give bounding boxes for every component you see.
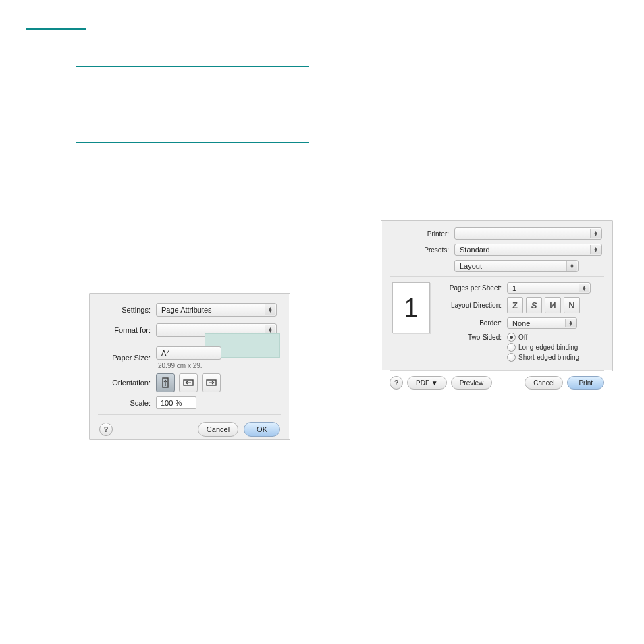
settings-value: Page Attributes <box>161 306 212 314</box>
orientation-landscape-left-button[interactable] <box>179 373 198 392</box>
rule-left-1 <box>26 28 86 30</box>
updown-icon <box>590 229 601 238</box>
printer-label: Printer: <box>381 230 454 238</box>
layout-direction-label: Layout Direction: <box>439 302 507 309</box>
print-label: Print <box>579 379 593 387</box>
orientation-portrait-button[interactable] <box>156 373 175 392</box>
rule-right-2 <box>378 144 612 144</box>
rule-right-1 <box>378 124 612 124</box>
border-label: Border: <box>439 319 507 327</box>
preview-number: 1 <box>404 294 418 323</box>
two-sided-long-label: Long-edged binding <box>518 344 578 351</box>
help-icon: ? <box>104 425 109 433</box>
paper-size-label: Paper Size: <box>90 354 156 362</box>
paper-dimensions: 20.99 cm x 29. <box>158 362 221 369</box>
column-divider <box>323 27 323 621</box>
presets-label: Presets: <box>381 246 454 254</box>
updown-icon <box>566 261 577 271</box>
print-button[interactable]: Print <box>567 376 604 390</box>
rule-left-4 <box>76 142 309 143</box>
presets-select[interactable]: Standard <box>454 244 602 256</box>
settings-label: Settings: <box>90 306 156 314</box>
help-button[interactable]: ? <box>99 423 113 436</box>
border-value: None <box>512 319 530 327</box>
print-dialog: Printer: Presets: Standard Layout <box>381 220 613 371</box>
layout-dir-u-button[interactable]: И <box>545 297 561 313</box>
cancel-label: Cancel <box>207 425 230 433</box>
two-sided-label: Two-Sided: <box>439 333 507 341</box>
pane-value: Layout <box>460 262 482 270</box>
portrait-icon <box>159 377 171 389</box>
paper-size-select[interactable]: A4 <box>156 346 221 360</box>
scale-input[interactable]: 100 % <box>156 396 196 409</box>
printer-select[interactable] <box>454 227 602 240</box>
landscape-left-icon <box>182 377 194 389</box>
pdf-label: PDF ▼ <box>416 379 438 387</box>
pane-select[interactable]: Layout <box>454 260 579 272</box>
orientation-landscape-right-button[interactable] <box>202 373 221 392</box>
cancel-label: Cancel <box>533 379 554 387</box>
cancel-button[interactable]: Cancel <box>198 422 238 437</box>
layout-dir-s-button[interactable]: S <box>526 297 542 313</box>
border-select[interactable]: None <box>507 317 577 329</box>
help-button[interactable]: ? <box>390 376 403 390</box>
scale-label: Scale: <box>90 399 156 407</box>
page-root: Settings: Page Attributes Format for: Pa… <box>0 0 644 644</box>
settings-select[interactable]: Page Attributes <box>156 303 277 317</box>
layout-dir-z-button[interactable]: Z <box>507 297 523 313</box>
preview-label: Preview <box>460 379 484 387</box>
landscape-right-icon <box>205 377 217 389</box>
page-preview: 1 <box>392 282 430 333</box>
scale-value: 100 % <box>161 399 182 407</box>
preview-button[interactable]: Preview <box>451 376 493 390</box>
two-sided-short-label: Short-edged binding <box>518 354 579 361</box>
rule-left-3 <box>76 66 309 67</box>
page-setup-dialog: Settings: Page Attributes Format for: Pa… <box>89 293 290 440</box>
two-sided-off-label: Off <box>518 333 527 341</box>
layout-dir-n-button[interactable]: N <box>564 297 580 313</box>
ok-button[interactable]: OK <box>244 422 280 437</box>
pdf-button[interactable]: PDF ▼ <box>407 376 447 390</box>
two-sided-off-radio[interactable] <box>507 333 516 342</box>
updown-icon <box>579 284 589 292</box>
two-sided-long-radio[interactable] <box>507 343 516 352</box>
updown-icon <box>565 319 576 327</box>
presets-value: Standard <box>460 246 490 254</box>
format-for-label: Format for: <box>90 326 156 334</box>
help-icon: ? <box>394 379 399 387</box>
orientation-label: Orientation: <box>90 379 156 387</box>
ok-label: OK <box>257 425 267 433</box>
pages-per-sheet-label: Pages per Sheet: <box>439 284 507 292</box>
updown-icon <box>265 304 275 315</box>
two-sided-short-radio[interactable] <box>507 353 516 362</box>
paper-size-value: A4 <box>161 349 170 357</box>
updown-icon <box>590 245 601 254</box>
rule-left-2 <box>86 28 309 28</box>
pages-per-sheet-select[interactable]: 1 <box>507 282 591 294</box>
cancel-button[interactable]: Cancel <box>525 376 563 390</box>
pages-per-sheet-value: 1 <box>512 284 516 292</box>
